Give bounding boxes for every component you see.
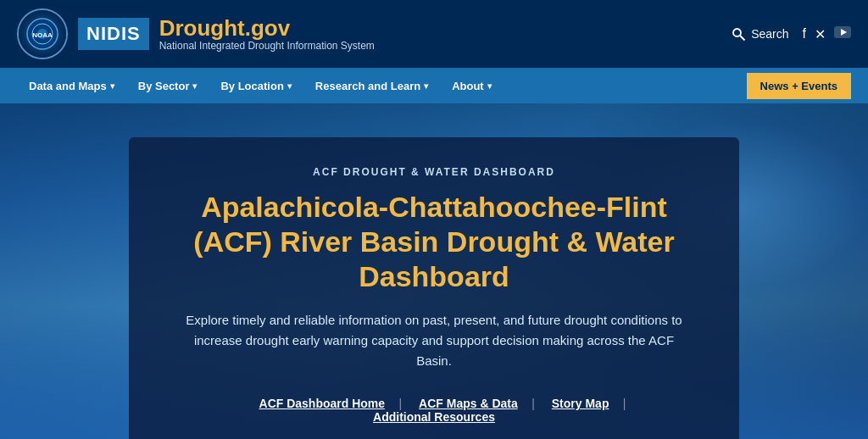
nav-item-by-sector[interactable]: By Sector ▾ <box>126 68 209 103</box>
top-right: Search f ✕ <box>731 26 851 42</box>
hero-content: ACF DROUGHT & WATER DASHBOARD Apalachico… <box>103 103 765 439</box>
svg-text:NOAA: NOAA <box>32 31 53 39</box>
chevron-down-icon: ▾ <box>424 81 428 91</box>
nav-item-by-location[interactable]: By Location ▾ <box>209 68 303 103</box>
chevron-down-icon: ▾ <box>110 81 114 91</box>
nav-bar: Data and Maps ▾ By Sector ▾ By Location … <box>0 68 868 103</box>
logo-area: NOAA NIDIS Drought.gov National Integrat… <box>17 8 375 59</box>
nav-item-data-maps[interactable]: Data and Maps ▾ <box>17 68 126 103</box>
svg-line-5 <box>740 36 744 40</box>
youtube-icon[interactable] <box>834 26 851 42</box>
nav-item-about[interactable]: About ▾ <box>440 68 504 103</box>
hero-link-additional-resources[interactable]: Additional Resources <box>356 410 512 424</box>
chevron-down-icon: ▾ <box>487 81 492 91</box>
site-title-area: Drought.gov National Integrated Drought … <box>159 16 375 53</box>
hero-title: Apalachicola-Chattahoochee-Flint (ACF) R… <box>180 190 688 293</box>
hero-badge: ACF DROUGHT & WATER DASHBOARD <box>180 166 688 178</box>
nav-links: Data and Maps ▾ By Sector ▾ By Location … <box>17 68 504 103</box>
chevron-down-icon: ▾ <box>192 81 197 91</box>
svg-point-4 <box>733 29 741 36</box>
chevron-down-icon: ▾ <box>287 81 292 91</box>
noaa-logo: NOAA <box>17 8 68 59</box>
site-subtitle: National Integrated Drought Information … <box>159 40 375 52</box>
site-title: Drought.gov <box>159 16 375 41</box>
top-header: NOAA NIDIS Drought.gov National Integrat… <box>0 0 868 68</box>
hero-link-story-map[interactable]: Story Map <box>535 397 626 410</box>
search-icon <box>731 26 746 42</box>
nav-item-research-learn[interactable]: Research and Learn ▾ <box>303 68 440 103</box>
twitter-icon[interactable]: ✕ <box>815 26 826 42</box>
nidis-badge: NIDIS <box>78 18 149 50</box>
hero-description: Explore timely and reliable information … <box>180 310 688 371</box>
hero-link-acf-home[interactable]: ACF Dashboard Home <box>242 397 403 410</box>
hero-links: ACF Dashboard Home ACF Maps & Data Story… <box>180 397 688 424</box>
social-icons: f ✕ <box>803 26 851 42</box>
news-events-button[interactable]: News + Events <box>747 73 851 99</box>
noaa-logo-svg: NOAA <box>25 17 59 51</box>
search-label: Search <box>751 27 788 41</box>
hero-card: ACF DROUGHT & WATER DASHBOARD Apalachico… <box>129 137 739 439</box>
search-area[interactable]: Search <box>731 26 788 42</box>
hero-section: ACF DROUGHT & WATER DASHBOARD Apalachico… <box>0 103 868 439</box>
facebook-icon[interactable]: f <box>803 26 806 42</box>
hero-link-acf-maps[interactable]: ACF Maps & Data <box>402 397 535 410</box>
